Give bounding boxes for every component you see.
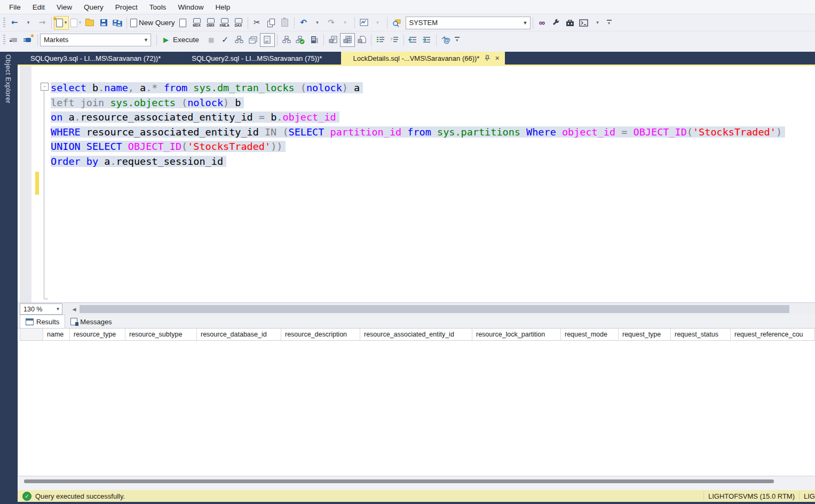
zoom-level-combobox[interactable]: 130 % ▼ [20, 303, 62, 315]
new-mdx-query-button[interactable]: MDX [190, 17, 204, 29]
code-line[interactable]: UNION SELECT OBJECT_ID('StocksTraded')) [51, 139, 785, 154]
menu-help[interactable]: Help [209, 1, 236, 13]
code-line[interactable]: Order by a.request_session_id [51, 154, 785, 169]
column-header-resource_description[interactable]: resource_description [281, 329, 360, 341]
live-query-stats-button[interactable] [294, 34, 307, 46]
column-header-request_reference_cou[interactable]: request_reference_cou [731, 329, 815, 341]
menu-view[interactable]: View [51, 1, 78, 13]
column-header-resource_lock_partition[interactable]: resource_lock_partition [472, 329, 561, 341]
grid-hscroll-thumb[interactable] [24, 479, 774, 483]
column-header-resource_associated_entity_id[interactable]: resource_associated_entity_id [360, 329, 472, 341]
redo-button[interactable]: ↷ [325, 17, 338, 29]
available-databases-combobox[interactable]: Markets ▼ [40, 34, 151, 46]
uncomment-button[interactable]: ? [387, 34, 401, 46]
decrease-indent-button[interactable] [406, 34, 420, 46]
column-header-resource_database_id[interactable]: resource_database_id [197, 329, 281, 341]
grid-body[interactable] [18, 341, 815, 476]
toolbar-extra-dropdown[interactable]: ▾ [371, 17, 385, 29]
messages-icon [70, 318, 77, 325]
close-icon[interactable]: × [495, 54, 499, 62]
open-file-button[interactable] [83, 17, 97, 29]
intellisense-enabled-button[interactable] [260, 33, 275, 47]
menu-tools[interactable]: Tools [144, 1, 172, 13]
toolbar-grip-2[interactable] [3, 35, 5, 45]
new-dax-query-button[interactable]: DAX [232, 17, 246, 29]
change-connection-button[interactable] [21, 34, 35, 46]
new-query-split-button[interactable]: ▾ [54, 16, 69, 30]
database-engine-query-button[interactable] [176, 17, 190, 29]
editor-hscroll-thumb[interactable] [80, 305, 789, 313]
actual-plan-button[interactable] [280, 34, 294, 46]
sql-editor[interactable]: - select b.name, a.* from sys.dm_tran_lo… [18, 66, 815, 302]
save-icon [100, 19, 107, 26]
tab-sqlquery3[interactable]: SQLQuery3.sql - LI...MS\Saravanan (72))* [19, 52, 172, 65]
comment-button[interactable] [374, 34, 387, 46]
grid-corner-cell[interactable] [20, 329, 43, 341]
column-header-request_status[interactable]: request_status [671, 329, 731, 341]
estimated-plan-button[interactable] [232, 34, 246, 46]
navigate-backward-dropdown[interactable]: ▾ [21, 17, 35, 29]
menu-window[interactable]: Window [172, 1, 209, 13]
navigate-backward-button[interactable]: ← [7, 17, 21, 29]
navigate-forward-button[interactable]: → [35, 17, 49, 29]
paste-button[interactable] [278, 17, 292, 29]
code-fold-toggle[interactable]: - [41, 83, 49, 91]
vs-keyboard-button[interactable]: ∞ [535, 17, 549, 29]
tab-lockdetails-active[interactable]: LockDetails.sql -...VMS\Saravanan (66))*… [341, 52, 504, 65]
save-all-button[interactable] [110, 17, 124, 29]
cancel-query-button[interactable]: ■ [204, 34, 218, 46]
parse-button[interactable]: ✓ [218, 34, 232, 46]
tools-button[interactable] [549, 17, 563, 29]
results-to-text-button[interactable]: 01 [326, 34, 340, 46]
code-line[interactable]: select b.name, a.* from sys.dm_tran_lock… [51, 81, 785, 95]
tab-sqlquery2[interactable]: SQLQuery2.sql - LI...MS\Saravanan (75))* [180, 52, 334, 65]
column-header-name[interactable]: name [43, 329, 70, 341]
execute-button[interactable]: ▶ Execute [162, 34, 200, 46]
undo-dropdown[interactable]: ▾ [311, 17, 325, 29]
cut-button[interactable]: ✂ [250, 17, 264, 29]
connect-button[interactable] [7, 34, 21, 46]
new-query-button[interactable]: New Query [129, 17, 176, 29]
column-header-request_mode[interactable]: request_mode [561, 329, 619, 341]
pin-icon[interactable] [484, 55, 490, 61]
tab-messages[interactable]: Messages [65, 315, 117, 328]
object-explorer-collapsed-strip[interactable]: Object Explorer [0, 52, 18, 502]
new-dmx-query-button[interactable]: DMX [204, 17, 218, 29]
code-line[interactable]: on a.resource_associated_entity_id = b.o… [51, 110, 785, 125]
undo-button[interactable]: ↶ [297, 17, 311, 29]
command-window-button[interactable] [577, 17, 591, 29]
results-to-file-button[interactable]: 01 [355, 34, 369, 46]
copy-button[interactable] [264, 17, 278, 29]
grid-hscroll[interactable] [18, 476, 815, 490]
toolbox-button[interactable] [563, 17, 577, 29]
client-stats-button[interactable] [307, 34, 321, 46]
column-header-request_type[interactable]: request_type [619, 329, 671, 341]
server-type-combobox[interactable]: SYSTEM ▼ [406, 17, 531, 29]
menu-project[interactable]: Project [109, 1, 144, 13]
query-options-button[interactable] [246, 34, 260, 46]
menu-query[interactable]: Query [78, 1, 109, 13]
new-project-button[interactable]: ▾ [69, 17, 83, 29]
column-header-resource_subtype[interactable]: resource_subtype [125, 329, 197, 341]
hscroll-left-arrow[interactable]: ◀ [70, 307, 78, 312]
increase-indent-button[interactable] [420, 34, 434, 46]
column-header-resource_type[interactable]: resource_type [70, 329, 125, 341]
tab-results[interactable]: Results [20, 315, 65, 328]
toolbar-overflow-button[interactable]: ▾ [607, 20, 612, 26]
results-to-grid-button[interactable]: 01 [340, 33, 355, 47]
search-button[interactable] [390, 17, 403, 29]
code-line[interactable]: WHERE resource_associated_entity_id IN (… [51, 125, 785, 140]
object-explorer-label[interactable]: Object Explorer [4, 52, 12, 103]
activity-monitor-button[interactable] [357, 17, 371, 29]
new-xmla-query-button[interactable]: XMLA [218, 17, 232, 29]
save-button[interactable] [97, 17, 110, 29]
template-parameters-button[interactable]: @ [439, 34, 453, 46]
redo-dropdown[interactable]: ▾ [338, 17, 352, 29]
command-window-dropdown[interactable]: ▾ [591, 17, 605, 29]
menu-file[interactable]: File [3, 1, 27, 13]
menu-edit[interactable]: Edit [27, 1, 51, 13]
code-line[interactable]: left join sys.objects (nolock) b [51, 95, 785, 110]
toolbar-grip[interactable] [3, 18, 5, 28]
toolbar2-overflow-button[interactable]: ▾ [455, 37, 460, 43]
code-lines[interactable]: select b.name, a.* from sys.dm_tran_lock… [51, 81, 785, 169]
